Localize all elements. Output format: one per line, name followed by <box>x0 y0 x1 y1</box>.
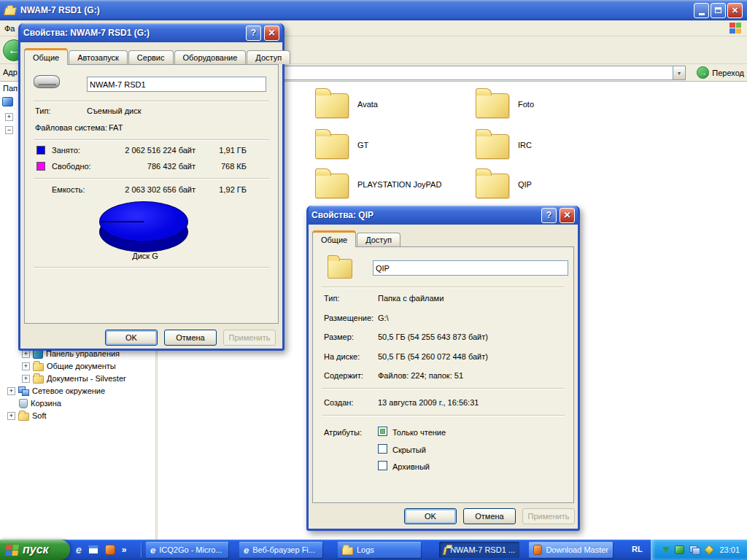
task-label: Logs <box>357 545 374 554</box>
file-item-gt[interactable]: GT <box>315 128 368 159</box>
task-nwam-rsd1[interactable]: NWAM-7 RSD1 ... <box>439 542 519 558</box>
tree-item-label: Общие документы <box>47 362 116 370</box>
tree-expander[interactable]: + <box>5 113 13 121</box>
download-manager-icon[interactable] <box>105 545 115 555</box>
language-indicator[interactable]: RL <box>632 545 643 553</box>
close-button[interactable]: ✕ <box>560 208 575 223</box>
tab-sharing[interactable]: Доступ <box>357 233 400 246</box>
go-button[interactable]: → Переход <box>697 66 744 79</box>
separator <box>34 178 269 179</box>
ok-button[interactable]: OK <box>105 330 158 346</box>
tree-item-silvester-docs[interactable]: + Документы - Silvester <box>22 373 126 384</box>
green-device-icon[interactable] <box>675 545 684 554</box>
row-label: Содержит: <box>324 371 363 380</box>
expand-icon[interactable]: + <box>7 387 15 395</box>
free-label: Свободно: <box>52 162 91 171</box>
tab-sharing[interactable]: Доступ <box>247 50 290 64</box>
show-desktop-icon[interactable] <box>88 545 98 554</box>
tab-general[interactable]: Общие <box>24 48 68 65</box>
diamond-icon[interactable] <box>704 545 714 555</box>
update-arrow-icon[interactable] <box>662 547 670 553</box>
tree-item-shared-docs[interactable]: + Общие документы <box>22 360 116 372</box>
readonly-checkbox[interactable] <box>378 427 387 436</box>
filesystem-label: Файловая система: <box>35 123 107 132</box>
used-color-chip <box>36 146 45 155</box>
file-item-playstation[interactable]: PLAYSTATION JoyPAD <box>315 168 441 198</box>
network-places-icon <box>18 386 29 396</box>
network-icon[interactable] <box>689 545 700 555</box>
folder-icon <box>315 134 349 159</box>
free-color-chip <box>36 162 45 171</box>
task-download-master[interactable]: Download Master <box>529 542 613 558</box>
task-web-browser[interactable]: e Веб-браузер Fi... <box>239 542 322 558</box>
minimize-icon <box>699 13 705 15</box>
separator <box>34 267 269 268</box>
menu-file-fragment[interactable]: Фа <box>4 24 15 33</box>
tab-page-general: Тип: Папка с файлами Размещение: G:\ Раз… <box>312 246 574 503</box>
internet-explorer-icon: e <box>150 545 155 555</box>
address-dropdown-button[interactable]: ▼ <box>673 66 685 79</box>
restore-button[interactable] <box>711 3 726 18</box>
row-label: Размер: <box>324 332 354 341</box>
internet-explorer-icon[interactable]: e <box>76 545 82 555</box>
task-label: NWAM-7 RSD1 ... <box>450 545 515 554</box>
dialog-titlebar[interactable]: Свойства: QIP ? ✕ <box>309 206 578 225</box>
file-label: Foto <box>518 97 534 109</box>
chevron-icon[interactable]: » <box>122 545 127 555</box>
tree-item-soft[interactable]: + Soft <box>7 410 47 421</box>
tab-hardware[interactable]: Оборудование <box>174 50 247 64</box>
ok-button[interactable]: OK <box>404 508 457 524</box>
help-button[interactable]: ? <box>541 208 557 223</box>
folder-icon <box>33 363 44 371</box>
close-button[interactable]: ✕ <box>727 3 743 18</box>
expand-icon[interactable]: + <box>7 412 15 420</box>
tree-collapser[interactable]: − <box>5 126 13 134</box>
tab-strip: Общие Доступ <box>312 230 401 246</box>
folder-icon <box>18 413 29 421</box>
quick-launch: e » <box>76 540 126 560</box>
expand-icon[interactable]: + <box>22 362 30 370</box>
expand-icon[interactable]: + <box>22 375 30 383</box>
tab-tools[interactable]: Сервис <box>128 50 174 64</box>
task-logs[interactable]: Logs <box>338 542 421 558</box>
tree-item-network[interactable]: + Сетевое окружение <box>7 385 105 397</box>
volume-label-input[interactable] <box>87 77 266 92</box>
task-icq2go[interactable]: e ICQ2Go - Micro... <box>146 542 228 558</box>
expand-icon[interactable]: + <box>22 350 30 358</box>
folder-icon <box>476 174 509 198</box>
file-item-irc[interactable]: IRC <box>476 128 532 159</box>
folder-name-input[interactable] <box>373 260 568 276</box>
minimize-button[interactable] <box>694 3 709 18</box>
address-label-fragment: Адр <box>3 68 18 77</box>
file-item-qip[interactable]: QIP <box>476 168 532 198</box>
folder-icon <box>33 376 44 384</box>
start-button[interactable]: пуск <box>0 540 70 560</box>
tree-item-recycle-bin[interactable]: Корзина <box>19 397 61 409</box>
tab-autoplay[interactable]: Автозапуск <box>69 50 128 64</box>
free-bytes: 786 432 байт <box>108 162 196 171</box>
free-size: 768 КБ <box>201 162 247 171</box>
cancel-button[interactable]: Отмена <box>164 330 217 346</box>
file-item-avata[interactable]: Avata <box>315 88 378 118</box>
open-folder-icon <box>443 547 448 555</box>
dialog-titlebar[interactable]: Свойства: NWAM-7 RSD1 (G:) ? ✕ <box>20 23 282 42</box>
tree-item-label: Сетевое окружение <box>32 386 105 395</box>
hidden-checkbox[interactable] <box>378 444 387 454</box>
help-button[interactable]: ? <box>246 26 261 41</box>
file-item-foto[interactable]: Foto <box>476 88 534 118</box>
apply-button[interactable]: Применить <box>223 330 276 346</box>
task-label: Веб-браузер Fi... <box>252 545 315 554</box>
type-label: Тип: <box>35 106 50 115</box>
clock[interactable]: 23:01 <box>719 545 740 554</box>
pie-caption: Диск G <box>25 252 266 260</box>
tab-general[interactable]: Общие <box>312 230 356 247</box>
cancel-button[interactable]: Отмена <box>463 508 516 524</box>
archive-checkbox[interactable] <box>378 461 387 470</box>
row-value: 50,5 ГБ (54 260 072 448 байт) <box>378 352 488 361</box>
desktop-icon[interactable] <box>2 97 13 106</box>
close-button[interactable]: ✕ <box>264 26 279 41</box>
tab-page-general: Тип: Съемный диск Файловая система: FAT … <box>24 64 279 324</box>
window-folder-icon <box>4 7 17 15</box>
filesystem-value: FAT <box>109 123 123 132</box>
apply-button[interactable]: Применить <box>522 508 575 524</box>
